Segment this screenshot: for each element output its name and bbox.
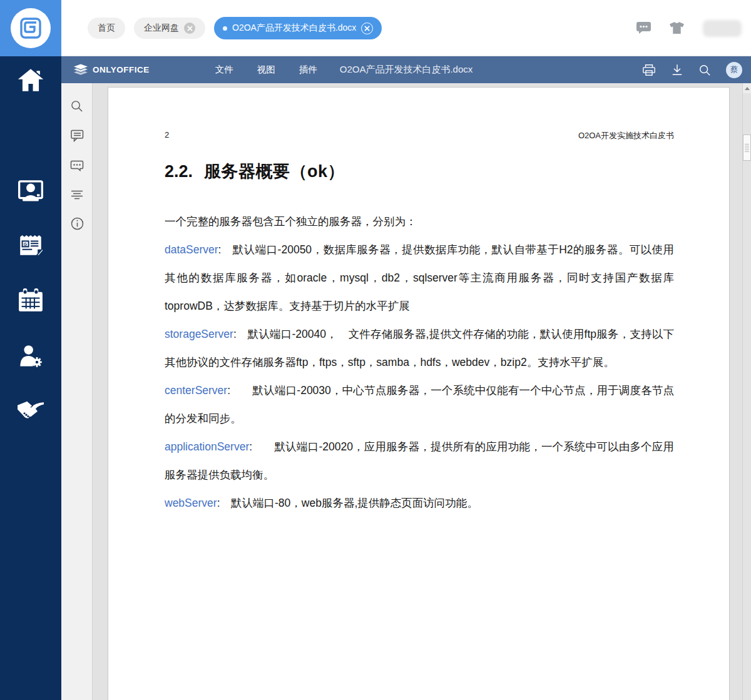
page-number: 2 xyxy=(165,130,169,141)
user-avatar[interactable]: 蔡 xyxy=(726,62,742,78)
document-page[interactable]: 2 O2OA开发实施技术白皮书 2.2.服务器概要（ok） 一个完整的服务器包含… xyxy=(108,88,729,700)
menu-plugins[interactable]: 插件 xyxy=(299,64,317,76)
search-icon[interactable] xyxy=(698,64,711,76)
heading-text: 服务器概要（ok） xyxy=(204,162,345,181)
onlyoffice-brand-label: ONLYOFFICE xyxy=(93,65,150,74)
server-desc: : 默认端口-20030，中心节点服务器，一个系统中仅能有一个中心节点，用于调度… xyxy=(165,384,674,425)
onlyoffice-editor: O2OA产品开发技术白皮书.docx ONLYOFFICE 文件 视图 插件 xyxy=(61,56,751,700)
editor-body: 2 O2OA开发实施技术白皮书 2.2.服务器概要（ok） 一个完整的服务器包含… xyxy=(61,83,751,700)
user-settings-icon xyxy=(18,345,43,368)
main-sidebar: G xyxy=(0,56,61,700)
server-name: webServer xyxy=(165,497,217,509)
intro-text: 一个完整的服务器包含五个独立的服务器，分别为： xyxy=(165,215,417,228)
menu-file[interactable]: 文件 xyxy=(215,64,233,76)
server-paragraph: storageServer: 默认端口-20040， 文件存储服务器,提供文件存… xyxy=(165,320,674,377)
document-body-text: 一个完整的服务器包含五个独立的服务器，分别为： dataServer: 默认端口… xyxy=(165,208,674,517)
server-paragraph: centerServer: 默认端口-20030，中心节点服务器，一个系统中仅能… xyxy=(165,377,674,433)
chat-bubble-icon[interactable] xyxy=(636,22,651,34)
panel-chat-button[interactable] xyxy=(61,150,93,180)
vertical-scrollbar[interactable] xyxy=(742,83,751,700)
info-icon xyxy=(71,217,84,230)
tab-home-label: 首页 xyxy=(98,23,115,34)
menu-view[interactable]: 视图 xyxy=(257,64,275,76)
topbar-right-actions xyxy=(636,0,742,56)
sidebar-item-home[interactable] xyxy=(0,64,61,96)
tab-enterprise-drive[interactable]: 企业网盘 xyxy=(134,18,205,39)
panel-comments-button[interactable] xyxy=(61,121,93,150)
scroll-up-button[interactable] xyxy=(743,83,751,93)
tab-enterprise-drive-label: 企业网盘 xyxy=(144,23,179,34)
chat-dots-icon xyxy=(70,159,84,171)
navigation-headings-icon xyxy=(71,188,83,201)
server-name: applicationServer xyxy=(165,440,249,453)
server-desc: : 默认端口-80，web服务器,提供静态页面访问功能。 xyxy=(217,497,478,509)
toolbar-right-actions: 蔡 xyxy=(642,56,742,83)
onlyoffice-menu: 文件 视图 插件 xyxy=(215,64,317,76)
sidebar-item-calendar[interactable] xyxy=(0,285,61,316)
download-icon[interactable] xyxy=(671,64,683,76)
section-heading: 2.2.服务器概要（ok） xyxy=(165,160,674,183)
o2oa-logo xyxy=(11,8,51,48)
server-name: centerServer xyxy=(165,384,227,397)
server-desc: : 默认端口-20040， 文件存储服务器,提供文件存储的功能，默认使用ftp服… xyxy=(165,328,674,368)
sidebar-item-notes[interactable]: G xyxy=(0,229,61,260)
panel-about-button[interactable] xyxy=(61,209,93,238)
search-icon xyxy=(71,100,83,113)
panel-search-button[interactable] xyxy=(61,91,93,121)
o2oa-logo-block[interactable] xyxy=(0,0,61,56)
meeting-monitor-icon xyxy=(18,180,43,203)
close-icon[interactable] xyxy=(361,23,373,34)
server-desc: : 默认端口-20050，数据库服务器，提供数据库功能，默认自带基于H2的服务器… xyxy=(165,243,674,312)
tab-strip: 首页 企业网盘 O2OA产品开发技术白皮书.docx xyxy=(88,0,382,56)
o2oa-spiral-icon xyxy=(19,16,43,40)
server-name: storageServer xyxy=(165,328,233,340)
sidebar-item-cooperation[interactable] xyxy=(0,394,61,425)
page-running-header: 2 O2OA开发实施技术白皮书 xyxy=(165,130,674,141)
svg-text:G: G xyxy=(24,242,27,246)
tab-document-label: O2OA产品开发技术白皮书.docx xyxy=(232,23,356,34)
onlyoffice-brand[interactable]: ONLYOFFICE xyxy=(74,64,150,76)
onlyoffice-logo-icon xyxy=(74,64,88,76)
comment-icon xyxy=(71,129,84,142)
active-dot-icon xyxy=(223,26,227,31)
print-icon[interactable] xyxy=(642,64,656,76)
server-name: dataServer xyxy=(165,243,218,256)
intro-paragraph: 一个完整的服务器包含五个独立的服务器，分别为： xyxy=(165,208,674,236)
close-icon[interactable] xyxy=(184,23,195,34)
top-bar: 首页 企业网盘 O2OA产品开发技术白皮书.docx xyxy=(0,0,751,56)
theme-shirt-icon[interactable] xyxy=(670,22,684,34)
editor-left-panel xyxy=(61,83,93,700)
document-canvas[interactable]: 2 O2OA开发实施技术白皮书 2.2.服务器概要（ok） 一个完整的服务器包含… xyxy=(93,83,742,700)
tab-document-active[interactable]: O2OA产品开发技术白皮书.docx xyxy=(214,17,382,39)
server-paragraph: applicationServer: 默认端口-20020，应用服务器，提供所有… xyxy=(165,433,674,489)
home-icon xyxy=(17,68,44,92)
news-note-icon: G xyxy=(19,233,43,256)
running-header-title: O2OA开发实施技术白皮书 xyxy=(578,130,674,141)
onlyoffice-toolbar: O2OA产品开发技术白皮书.docx ONLYOFFICE 文件 视图 插件 xyxy=(61,56,751,83)
sidebar-item-meeting[interactable] xyxy=(0,176,61,207)
sidebar-item-admin[interactable] xyxy=(0,341,61,372)
panel-navigation-button[interactable] xyxy=(61,180,93,209)
scrollbar-thumb[interactable] xyxy=(743,134,751,161)
calendar-icon xyxy=(18,288,43,312)
blurred-user-name[interactable] xyxy=(703,20,742,37)
handshake-icon xyxy=(17,399,44,420)
tab-home[interactable]: 首页 xyxy=(88,18,125,39)
server-paragraph: webServer: 默认端口-80，web服务器,提供静态页面访问功能。 xyxy=(165,489,674,517)
heading-number: 2.2. xyxy=(165,162,193,181)
server-paragraph: dataServer: 默认端口-20050，数据库服务器，提供数据库功能，默认… xyxy=(165,236,674,320)
